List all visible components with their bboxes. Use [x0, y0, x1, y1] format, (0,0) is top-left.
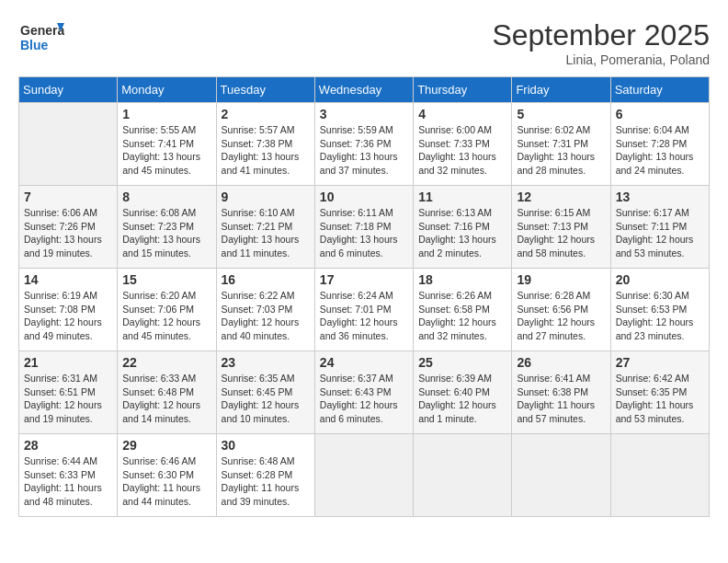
calendar-cell: 11Sunrise: 6:13 AMSunset: 7:16 PMDayligh… [414, 186, 512, 269]
day-number: 1 [122, 107, 210, 121]
day-number: 13 [616, 190, 704, 204]
day-info: Sunrise: 6:30 AMSunset: 6:53 PMDaylight:… [616, 289, 704, 343]
day-number: 17 [320, 272, 408, 287]
calendar-cell: 5Sunrise: 6:02 AMSunset: 7:31 PMDaylight… [512, 103, 610, 186]
day-number: 3 [320, 107, 408, 121]
column-header-sunday: Sunday [19, 77, 118, 103]
day-info: Sunrise: 6:19 AMSunset: 7:08 PMDaylight:… [24, 289, 112, 343]
location-subtitle: Linia, Pomerania, Poland [492, 52, 710, 67]
day-number: 14 [24, 272, 112, 287]
day-number: 22 [122, 355, 210, 370]
day-number: 26 [517, 355, 605, 370]
calendar-cell: 19Sunrise: 6:28 AMSunset: 6:56 PMDayligh… [512, 269, 610, 351]
title-block: September 2025 Linia, Pomerania, Poland [492, 18, 710, 67]
calendar-cell: 9Sunrise: 6:10 AMSunset: 7:21 PMDaylight… [216, 186, 314, 269]
calendar-cell: 24Sunrise: 6:37 AMSunset: 6:43 PMDayligh… [314, 351, 413, 434]
calendar-cell [19, 103, 118, 186]
column-header-tuesday: Tuesday [216, 77, 314, 103]
day-info: Sunrise: 6:31 AMSunset: 6:51 PMDaylight:… [24, 372, 112, 426]
day-number: 10 [320, 190, 408, 204]
logo: General Blue [18, 18, 64, 60]
calendar-cell: 21Sunrise: 6:31 AMSunset: 6:51 PMDayligh… [19, 351, 118, 434]
calendar-cell [314, 434, 413, 517]
calendar-cell: 17Sunrise: 6:24 AMSunset: 7:01 PMDayligh… [314, 269, 413, 351]
day-info: Sunrise: 6:22 AMSunset: 7:03 PMDaylight:… [222, 289, 310, 343]
calendar-cell: 6Sunrise: 6:04 AMSunset: 7:28 PMDaylight… [610, 103, 709, 186]
column-header-wednesday: Wednesday [314, 77, 413, 103]
calendar-header-row: SundayMondayTuesdayWednesdayThursdayFrid… [19, 77, 710, 103]
calendar-cell: 12Sunrise: 6:15 AMSunset: 7:13 PMDayligh… [512, 186, 610, 269]
day-info: Sunrise: 6:02 AMSunset: 7:31 PMDaylight:… [517, 123, 605, 178]
day-info: Sunrise: 6:46 AMSunset: 6:30 PMDaylight:… [122, 454, 210, 509]
day-info: Sunrise: 6:44 AMSunset: 6:33 PMDaylight:… [24, 454, 112, 509]
day-info: Sunrise: 6:15 AMSunset: 7:13 PMDaylight:… [517, 206, 605, 260]
day-number: 16 [222, 272, 310, 287]
day-number: 2 [222, 107, 310, 121]
day-info: Sunrise: 6:13 AMSunset: 7:16 PMDaylight:… [418, 206, 506, 260]
day-info: Sunrise: 6:00 AMSunset: 7:33 PMDaylight:… [418, 123, 506, 178]
day-info: Sunrise: 6:11 AMSunset: 7:18 PMDaylight:… [320, 206, 408, 260]
day-number: 24 [320, 355, 408, 370]
day-info: Sunrise: 6:08 AMSunset: 7:23 PMDaylight:… [122, 206, 210, 260]
day-number: 11 [418, 190, 506, 204]
calendar-cell: 8Sunrise: 6:08 AMSunset: 7:23 PMDaylight… [118, 186, 216, 269]
day-info: Sunrise: 6:33 AMSunset: 6:48 PMDaylight:… [122, 372, 210, 426]
calendar-cell: 16Sunrise: 6:22 AMSunset: 7:03 PMDayligh… [216, 269, 314, 351]
calendar-cell [610, 434, 709, 517]
day-info: Sunrise: 6:17 AMSunset: 7:11 PMDaylight:… [616, 206, 704, 260]
day-number: 15 [122, 272, 210, 287]
day-number: 21 [24, 355, 112, 370]
calendar-cell: 2Sunrise: 5:57 AMSunset: 7:38 PMDaylight… [216, 103, 314, 186]
day-number: 20 [616, 272, 704, 287]
calendar-cell: 14Sunrise: 6:19 AMSunset: 7:08 PMDayligh… [19, 269, 118, 351]
calendar-cell: 18Sunrise: 6:26 AMSunset: 6:58 PMDayligh… [414, 269, 512, 351]
calendar-cell: 28Sunrise: 6:44 AMSunset: 6:33 PMDayligh… [19, 434, 118, 517]
column-header-thursday: Thursday [414, 77, 512, 103]
day-number: 12 [517, 190, 605, 204]
day-info: Sunrise: 6:39 AMSunset: 6:40 PMDaylight:… [418, 372, 506, 426]
day-number: 6 [616, 107, 704, 121]
day-info: Sunrise: 6:28 AMSunset: 6:56 PMDaylight:… [517, 289, 605, 343]
calendar-week-5: 28Sunrise: 6:44 AMSunset: 6:33 PMDayligh… [19, 434, 710, 517]
calendar-cell: 20Sunrise: 6:30 AMSunset: 6:53 PMDayligh… [610, 269, 709, 351]
day-number: 27 [616, 355, 704, 370]
day-number: 9 [222, 190, 310, 204]
page-header: General Blue September 2025 Linia, Pomer… [18, 18, 710, 67]
calendar-cell [414, 434, 512, 517]
day-number: 19 [517, 272, 605, 287]
calendar-week-2: 7Sunrise: 6:06 AMSunset: 7:26 PMDaylight… [19, 186, 710, 269]
calendar-cell: 30Sunrise: 6:48 AMSunset: 6:28 PMDayligh… [216, 434, 314, 517]
column-header-friday: Friday [512, 77, 610, 103]
day-number: 30 [222, 438, 310, 453]
day-info: Sunrise: 6:41 AMSunset: 6:38 PMDaylight:… [517, 372, 605, 426]
calendar-cell: 29Sunrise: 6:46 AMSunset: 6:30 PMDayligh… [118, 434, 216, 517]
column-header-monday: Monday [118, 77, 216, 103]
calendar-cell: 3Sunrise: 5:59 AMSunset: 7:36 PMDaylight… [314, 103, 413, 186]
logo-svg: General Blue [18, 18, 64, 60]
calendar-cell: 10Sunrise: 6:11 AMSunset: 7:18 PMDayligh… [314, 186, 413, 269]
calendar-cell [512, 434, 610, 517]
day-info: Sunrise: 6:35 AMSunset: 6:45 PMDaylight:… [222, 372, 310, 426]
month-title: September 2025 [492, 18, 710, 52]
calendar-table: SundayMondayTuesdayWednesdayThursdayFrid… [18, 76, 710, 517]
day-info: Sunrise: 6:20 AMSunset: 7:06 PMDaylight:… [122, 289, 210, 343]
svg-text:Blue: Blue [20, 38, 49, 52]
day-number: 23 [222, 355, 310, 370]
day-info: Sunrise: 6:24 AMSunset: 7:01 PMDaylight:… [320, 289, 408, 343]
day-number: 5 [517, 107, 605, 121]
day-number: 4 [418, 107, 506, 121]
calendar-cell: 26Sunrise: 6:41 AMSunset: 6:38 PMDayligh… [512, 351, 610, 434]
calendar-cell: 22Sunrise: 6:33 AMSunset: 6:48 PMDayligh… [118, 351, 216, 434]
column-header-saturday: Saturday [610, 77, 709, 103]
calendar-cell: 27Sunrise: 6:42 AMSunset: 6:35 PMDayligh… [610, 351, 709, 434]
day-info: Sunrise: 6:42 AMSunset: 6:35 PMDaylight:… [616, 372, 704, 426]
day-info: Sunrise: 6:10 AMSunset: 7:21 PMDaylight:… [222, 206, 310, 260]
svg-text:General: General [20, 23, 64, 38]
day-info: Sunrise: 6:26 AMSunset: 6:58 PMDaylight:… [418, 289, 506, 343]
day-number: 28 [24, 438, 112, 453]
day-number: 25 [418, 355, 506, 370]
calendar-cell: 15Sunrise: 6:20 AMSunset: 7:06 PMDayligh… [118, 269, 216, 351]
day-info: Sunrise: 6:06 AMSunset: 7:26 PMDaylight:… [24, 206, 112, 260]
calendar-cell: 23Sunrise: 6:35 AMSunset: 6:45 PMDayligh… [216, 351, 314, 434]
calendar-week-1: 1Sunrise: 5:55 AMSunset: 7:41 PMDaylight… [19, 103, 710, 186]
